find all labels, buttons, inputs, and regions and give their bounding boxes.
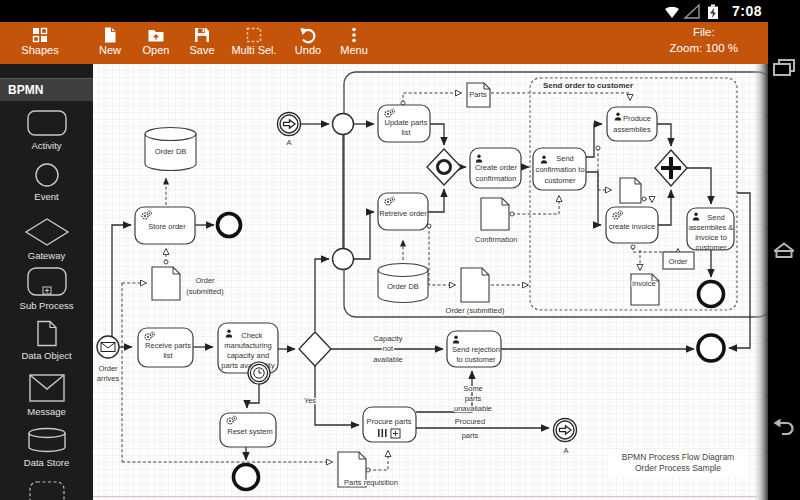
toolbar: Shapes New Open Save <box>0 22 768 65</box>
task-reset-system[interactable]: Reset system <box>220 413 276 447</box>
task-procure-parts[interactable]: Procure parts <box>363 407 416 442</box>
svg-text:Update parts: Update parts <box>385 118 428 127</box>
svg-text:Create order: Create order <box>475 163 518 172</box>
shapes-button[interactable]: Shapes <box>8 25 72 63</box>
diagram-canvas[interactable]: Send order to customer <box>93 64 768 500</box>
svg-text:Store order: Store order <box>148 222 186 231</box>
task-update-parts-list[interactable]: Update parts list <box>378 105 430 142</box>
svg-text:invoice: invoice <box>632 279 655 288</box>
task-send-rejection[interactable]: Send rejection to customer <box>447 331 501 367</box>
status-time: 7:08 <box>732 3 762 19</box>
palette-item-datastore[interactable]: Data Store <box>0 427 93 468</box>
wifi-icon <box>665 7 679 18</box>
palette-label: Data Store <box>0 457 93 468</box>
diagram-title-box: BPMN Process Flow Diagram Order Process … <box>608 449 749 477</box>
palette-item-subprocess[interactable]: Sub Process <box>0 266 93 311</box>
svg-text:Parts requisition: Parts requisition <box>344 478 398 487</box>
shapes-icon <box>31 26 49 44</box>
svg-text:customer: customer <box>545 176 576 185</box>
palette-item-dataobject[interactable]: Data Object <box>0 320 93 361</box>
task-send-assemblies-invoice[interactable]: Send assemblies & invoice to customer <box>687 208 734 252</box>
palette-item-group[interactable] <box>0 480 93 500</box>
shape-palette: BPMN Activity Event Gateway Su <box>0 64 93 500</box>
subprocess-shape-icon <box>25 266 69 297</box>
recents-button[interactable] <box>771 56 797 82</box>
svg-text:invoice to: invoice to <box>695 233 727 242</box>
svg-text:confirmation: confirmation <box>476 174 517 183</box>
battery-icon <box>708 5 718 20</box>
event-shape-icon <box>25 162 69 188</box>
new-file-icon <box>101 26 119 44</box>
task-receive-parts-list[interactable]: Receive parts list <box>138 328 193 367</box>
svg-text:Receive parts: Receive parts <box>145 341 191 350</box>
home-button[interactable] <box>771 238 797 264</box>
end-event-store-order[interactable] <box>218 214 241 237</box>
task-create-invoice[interactable]: create invoice <box>606 207 658 243</box>
multi-select-icon <box>245 26 263 44</box>
palette-title: BPMN <box>0 78 93 101</box>
datastore-order-db-top[interactable]: Order DB <box>145 128 196 171</box>
palette-item-activity[interactable]: Activity <box>0 109 93 151</box>
dataobject-order-box[interactable]: Order <box>663 252 694 269</box>
task-check-manufacturing[interactable]: Check manufacturing capacity and parts a… <box>218 323 278 373</box>
menu-button[interactable]: Menu <box>322 25 386 63</box>
svg-text:parts: parts <box>465 394 482 403</box>
svg-text:list: list <box>401 128 411 137</box>
zoom-level: Zoom: 100 % <box>670 42 738 54</box>
android-nav-bar <box>768 0 800 500</box>
datastore-order-db-bottom[interactable]: Order DB <box>378 264 428 303</box>
svg-text:Reset system: Reset system <box>227 427 272 436</box>
save-icon <box>193 26 211 44</box>
end-event-subprocess[interactable] <box>699 282 724 307</box>
recents-icon <box>771 56 797 82</box>
svg-text:assemblies: assemblies <box>613 125 651 134</box>
svg-text:parts: parts <box>462 431 479 440</box>
task-produce-assemblies[interactable]: Produce assemblies <box>607 107 657 141</box>
palette-item-message[interactable]: Message <box>0 373 93 417</box>
svg-text:unavailable: unavailable <box>454 404 492 413</box>
svg-text:not: not <box>383 344 394 353</box>
back-icon <box>771 414 797 440</box>
svg-text:Send rejection: Send rejection <box>452 345 500 354</box>
svg-text:Order: Order <box>195 276 215 285</box>
svg-text:Some: Some <box>463 384 483 393</box>
task-store-order[interactable]: Store order <box>135 207 195 244</box>
dataobject-shape-icon <box>25 320 69 347</box>
svg-text:Order: Order <box>98 364 118 373</box>
svg-text:Capacity: Capacity <box>373 334 402 343</box>
svg-text:create invoice: create invoice <box>609 222 655 231</box>
activity-shape-icon <box>25 109 69 137</box>
end-event-final[interactable] <box>698 335 724 361</box>
dataobject-invoice[interactable]: invoice <box>631 274 659 305</box>
palette-label: Message <box>0 406 93 417</box>
task-retreive-order[interactable]: Retreive order <box>378 193 428 230</box>
end-event-reset[interactable] <box>234 465 259 490</box>
multi-instance-marker <box>378 429 387 437</box>
timer-boundary-event[interactable] <box>248 362 270 384</box>
datastore-shape-icon <box>25 427 69 454</box>
svg-text:assemblies &: assemblies & <box>689 223 734 232</box>
label-yes: Yes <box>304 396 316 405</box>
palette-item-gateway[interactable]: Gateway <box>0 217 93 261</box>
task-create-order-confirmation[interactable]: Create order confirmation <box>470 148 521 188</box>
status-bar: 7:08 <box>0 0 800 22</box>
file-zoom-status: File: Zoom: 100 % <box>670 26 738 54</box>
palette-label: Gateway <box>0 250 93 261</box>
palette-label: Activity <box>0 140 93 151</box>
dataobject-parts[interactable]: Parts <box>467 83 490 107</box>
status-icons <box>664 3 722 24</box>
dataobject-unlabeled[interactable] <box>620 178 641 203</box>
signal-icon <box>685 5 699 18</box>
home-icon <box>771 238 797 264</box>
gateway-shape-icon <box>24 217 70 247</box>
svg-text:Parts: Parts <box>469 90 487 99</box>
back-button[interactable] <box>771 414 797 440</box>
palette-item-event[interactable]: Event <box>0 162 93 202</box>
junction-event-top[interactable] <box>333 114 354 135</box>
svg-text:Order Process Sample: Order Process Sample <box>635 463 721 473</box>
junction-event-bottom[interactable] <box>333 249 354 270</box>
task-send-confirmation[interactable]: Send confirmation to customer <box>533 148 586 190</box>
undo-icon <box>299 26 317 44</box>
svg-text:capacity and: capacity and <box>227 351 269 360</box>
svg-text:confirmation to: confirmation to <box>535 165 584 174</box>
